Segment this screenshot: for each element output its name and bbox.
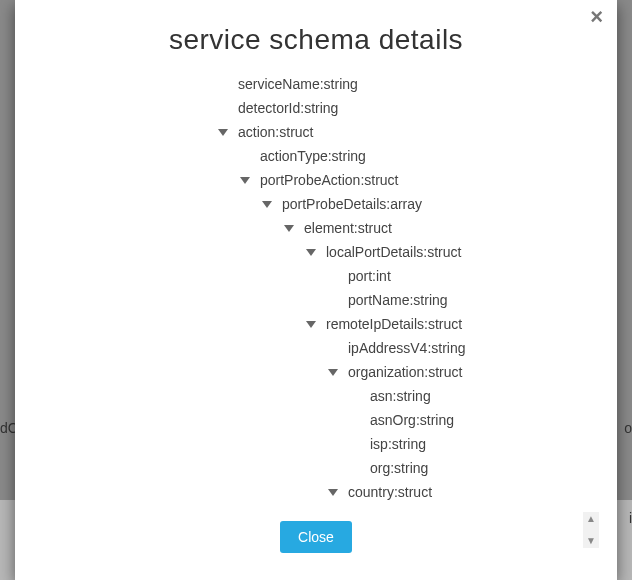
tree-node-label: asn:string xyxy=(370,388,431,404)
svg-marker-12 xyxy=(328,369,338,376)
tree-node-label: port:int xyxy=(348,268,391,284)
tree-node-label: org:string xyxy=(370,460,428,476)
horizontal-scrollbar[interactable] xyxy=(33,559,599,570)
tree-row: organization:struct xyxy=(218,360,589,384)
tree-node-label: portProbeDetails:array xyxy=(282,196,422,212)
tree-node-label: detectorId:string xyxy=(238,100,338,116)
tree-row: portProbeAction:struct xyxy=(218,168,589,192)
svg-marker-7 xyxy=(306,249,316,256)
tree-node-label: serviceName:string xyxy=(238,76,358,92)
tree-row: localPortDetails:struct xyxy=(218,240,589,264)
tree-row: serviceName:string xyxy=(218,72,589,96)
tree-row: asn:string xyxy=(218,384,589,408)
tree-node-label: element:struct xyxy=(304,220,392,236)
tree-row: org:string xyxy=(218,456,589,480)
modal-title: service schema details xyxy=(33,24,599,56)
caret-down-icon[interactable] xyxy=(306,247,316,257)
scroll-down-icon[interactable]: ▼ xyxy=(586,536,596,546)
svg-marker-5 xyxy=(262,201,272,208)
tree-node-label: ipAddressV4:string xyxy=(348,340,466,356)
caret-down-icon[interactable] xyxy=(284,223,294,233)
tree-node-label: organization:struct xyxy=(348,364,462,380)
scroll-up-icon[interactable]: ▲ xyxy=(586,514,596,524)
tree-row: portProbeDetails:array xyxy=(218,192,589,216)
tree-row: ipAddressV4:string xyxy=(218,336,589,360)
modal-body: serviceName:stringdetectorId:stringactio… xyxy=(33,72,599,570)
svg-marker-17 xyxy=(328,489,338,496)
svg-marker-4 xyxy=(240,177,250,184)
tree-node-label: country:struct xyxy=(348,484,432,500)
close-button[interactable]: Close xyxy=(280,521,352,553)
tree-row: port:int xyxy=(218,264,589,288)
background-text-fragment: o xyxy=(624,420,632,436)
caret-down-icon[interactable] xyxy=(306,319,316,329)
tree-row: asnOrg:string xyxy=(218,408,589,432)
tree-row: portName:string xyxy=(218,288,589,312)
caret-down-icon[interactable] xyxy=(240,175,250,185)
svg-marker-2 xyxy=(218,129,228,136)
tree-row: country:struct xyxy=(218,480,589,504)
caret-down-icon[interactable] xyxy=(328,367,338,377)
close-icon[interactable]: × xyxy=(590,6,603,28)
tree-node-label: asnOrg:string xyxy=(370,412,454,428)
tree-node-label: actionType:string xyxy=(260,148,366,164)
caret-down-icon[interactable] xyxy=(218,127,228,137)
tree-node-label: isp:string xyxy=(370,436,426,452)
vertical-scrollbar-stub[interactable]: ▲ ▼ xyxy=(583,512,599,548)
caret-down-icon[interactable] xyxy=(328,487,338,497)
tree-node-label: action:struct xyxy=(238,124,313,140)
tree-row: isp:string xyxy=(218,432,589,456)
tree-row: detectorId:string xyxy=(218,96,589,120)
svg-marker-6 xyxy=(284,225,294,232)
tree-node-label: localPortDetails:struct xyxy=(326,244,461,260)
tree-node-label: remoteIpDetails:struct xyxy=(326,316,462,332)
tree-node-label: portProbeAction:struct xyxy=(260,172,399,188)
tree-row: element:struct xyxy=(218,216,589,240)
schema-tree[interactable]: serviceName:stringdetectorId:stringactio… xyxy=(33,72,599,515)
schema-details-modal: × service schema details serviceName:str… xyxy=(15,0,617,580)
tree-row: remoteIpDetails:struct xyxy=(218,312,589,336)
caret-down-icon[interactable] xyxy=(262,199,272,209)
tree-row: actionType:string xyxy=(218,144,589,168)
svg-marker-10 xyxy=(306,321,316,328)
tree-row: action:struct xyxy=(218,120,589,144)
tree-node-label: portName:string xyxy=(348,292,448,308)
